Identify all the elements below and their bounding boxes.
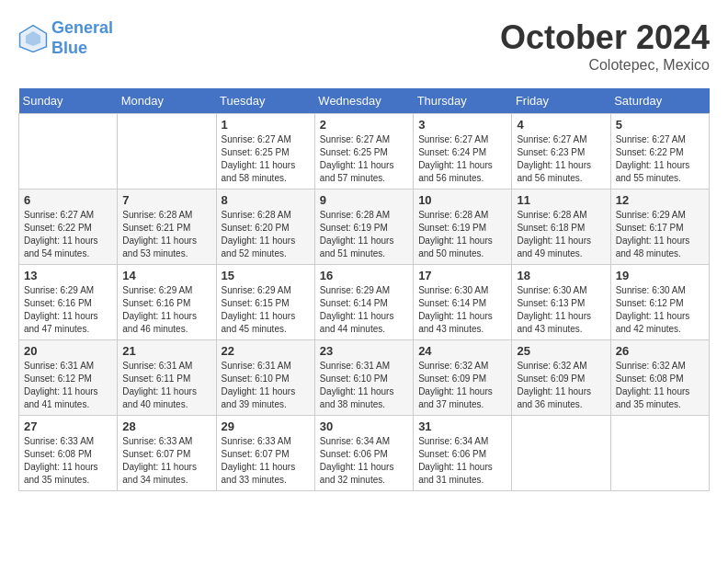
title-block: October 2024 Colotepec, Mexico (500, 18, 710, 74)
day-info: Sunrise: 6:28 AM Sunset: 6:20 PM Dayligh… (222, 209, 310, 260)
calendar-day-cell: 11Sunrise: 6:28 AM Sunset: 6:18 PM Dayli… (512, 190, 610, 265)
calendar-day-cell: 21Sunrise: 6:31 AM Sunset: 6:11 PM Dayli… (118, 340, 216, 416)
day-info: Sunrise: 6:28 AM Sunset: 6:18 PM Dayligh… (517, 209, 605, 260)
day-info: Sunrise: 6:28 AM Sunset: 6:19 PM Dayligh… (320, 209, 408, 260)
day-number: 27 (24, 419, 112, 433)
logo-icon (18, 24, 48, 53)
day-info: Sunrise: 6:27 AM Sunset: 6:22 PM Dayligh… (24, 209, 112, 260)
calendar-day-cell: 4Sunrise: 6:27 AM Sunset: 6:23 PM Daylig… (512, 114, 610, 190)
calendar-day-cell: 23Sunrise: 6:31 AM Sunset: 6:10 PM Dayli… (314, 340, 413, 416)
calendar-day-cell: 25Sunrise: 6:32 AM Sunset: 6:09 PM Dayli… (512, 340, 610, 416)
day-info: Sunrise: 6:33 AM Sunset: 6:07 PM Dayligh… (122, 435, 210, 487)
calendar-day-cell: 10Sunrise: 6:28 AM Sunset: 6:19 PM Dayli… (414, 190, 512, 265)
calendar-day-cell: 8Sunrise: 6:28 AM Sunset: 6:20 PM Daylig… (216, 190, 314, 265)
day-number: 24 (418, 344, 506, 358)
day-number: 23 (320, 344, 408, 358)
calendar-day-cell: 17Sunrise: 6:30 AM Sunset: 6:14 PM Dayli… (414, 265, 512, 340)
day-info: Sunrise: 6:27 AM Sunset: 6:23 PM Dayligh… (517, 133, 605, 185)
day-info: Sunrise: 6:32 AM Sunset: 6:09 PM Dayligh… (517, 360, 605, 411)
day-number: 4 (517, 118, 605, 132)
calendar-week-row: 13Sunrise: 6:29 AM Sunset: 6:16 PM Dayli… (19, 265, 710, 340)
day-number: 31 (418, 419, 506, 433)
calendar-week-row: 27Sunrise: 6:33 AM Sunset: 6:08 PM Dayli… (19, 416, 710, 491)
day-number: 22 (222, 344, 310, 358)
day-info: Sunrise: 6:33 AM Sunset: 6:08 PM Dayligh… (24, 435, 112, 487)
day-info: Sunrise: 6:29 AM Sunset: 6:16 PM Dayligh… (122, 284, 210, 336)
day-number: 3 (418, 118, 506, 132)
location: Colotepec, Mexico (500, 57, 710, 74)
calendar-day-cell: 6Sunrise: 6:27 AM Sunset: 6:22 PM Daylig… (19, 190, 118, 265)
day-number: 11 (517, 193, 605, 207)
logo: General Blue (18, 18, 113, 58)
day-info: Sunrise: 6:30 AM Sunset: 6:13 PM Dayligh… (517, 284, 605, 336)
calendar-day-cell: 19Sunrise: 6:30 AM Sunset: 6:12 PM Dayli… (610, 265, 709, 340)
calendar-day-cell: 9Sunrise: 6:28 AM Sunset: 6:19 PM Daylig… (314, 190, 413, 265)
day-number: 10 (418, 193, 506, 207)
calendar-day-cell: 16Sunrise: 6:29 AM Sunset: 6:14 PM Dayli… (314, 265, 413, 340)
day-number: 21 (122, 344, 210, 358)
weekday-header: Thursday (414, 88, 512, 114)
day-number: 16 (320, 269, 408, 282)
day-info: Sunrise: 6:29 AM Sunset: 6:14 PM Dayligh… (320, 284, 408, 336)
day-number: 9 (320, 193, 408, 207)
day-number: 25 (517, 344, 605, 358)
logo-line2: Blue (51, 39, 87, 57)
day-info: Sunrise: 6:29 AM Sunset: 6:15 PM Dayligh… (222, 284, 310, 336)
calendar-day-cell: 18Sunrise: 6:30 AM Sunset: 6:13 PM Dayli… (512, 265, 610, 340)
day-info: Sunrise: 6:32 AM Sunset: 6:09 PM Dayligh… (418, 360, 506, 411)
day-info: Sunrise: 6:28 AM Sunset: 6:19 PM Dayligh… (418, 209, 506, 260)
day-number: 2 (320, 118, 408, 132)
month-title: October 2024 (500, 18, 710, 57)
day-number: 26 (616, 344, 704, 358)
day-info: Sunrise: 6:27 AM Sunset: 6:24 PM Dayligh… (418, 133, 506, 185)
calendar-day-cell (610, 416, 709, 491)
weekday-header: Wednesday (314, 88, 413, 114)
logo-line1: General (51, 18, 113, 37)
calendar-day-cell: 20Sunrise: 6:31 AM Sunset: 6:12 PM Dayli… (19, 340, 118, 416)
day-info: Sunrise: 6:27 AM Sunset: 6:25 PM Dayligh… (320, 133, 408, 185)
calendar-day-cell: 15Sunrise: 6:29 AM Sunset: 6:15 PM Dayli… (216, 265, 314, 340)
calendar-day-cell: 13Sunrise: 6:29 AM Sunset: 6:16 PM Dayli… (19, 265, 118, 340)
day-info: Sunrise: 6:32 AM Sunset: 6:08 PM Dayligh… (616, 360, 704, 411)
day-number: 29 (222, 419, 310, 433)
calendar-day-cell: 31Sunrise: 6:34 AM Sunset: 6:06 PM Dayli… (414, 416, 512, 491)
calendar-day-cell: 26Sunrise: 6:32 AM Sunset: 6:08 PM Dayli… (610, 340, 709, 416)
day-info: Sunrise: 6:27 AM Sunset: 6:25 PM Dayligh… (222, 133, 310, 185)
calendar-day-cell: 24Sunrise: 6:32 AM Sunset: 6:09 PM Dayli… (414, 340, 512, 416)
calendar-header-row: SundayMondayTuesdayWednesdayThursdayFrid… (19, 88, 710, 114)
logo-text: General Blue (51, 18, 113, 58)
weekday-header: Saturday (610, 88, 709, 114)
weekday-header: Tuesday (216, 88, 314, 114)
calendar-day-cell (19, 114, 118, 190)
day-number: 17 (418, 269, 506, 282)
day-number: 28 (122, 419, 210, 433)
day-number: 15 (222, 269, 310, 282)
day-number: 8 (222, 193, 310, 207)
day-number: 18 (517, 269, 605, 282)
day-info: Sunrise: 6:31 AM Sunset: 6:10 PM Dayligh… (222, 360, 310, 411)
calendar-table: SundayMondayTuesdayWednesdayThursdayFrid… (18, 88, 710, 491)
day-number: 12 (616, 193, 704, 207)
day-number: 1 (222, 118, 310, 132)
day-info: Sunrise: 6:29 AM Sunset: 6:16 PM Dayligh… (24, 284, 112, 336)
calendar-week-row: 6Sunrise: 6:27 AM Sunset: 6:22 PM Daylig… (19, 190, 710, 265)
calendar-day-cell: 5Sunrise: 6:27 AM Sunset: 6:22 PM Daylig… (610, 114, 709, 190)
calendar-day-cell: 1Sunrise: 6:27 AM Sunset: 6:25 PM Daylig… (216, 114, 314, 190)
day-info: Sunrise: 6:34 AM Sunset: 6:06 PM Dayligh… (418, 435, 506, 487)
calendar-day-cell: 22Sunrise: 6:31 AM Sunset: 6:10 PM Dayli… (216, 340, 314, 416)
calendar-day-cell: 28Sunrise: 6:33 AM Sunset: 6:07 PM Dayli… (118, 416, 216, 491)
calendar-week-row: 1Sunrise: 6:27 AM Sunset: 6:25 PM Daylig… (19, 114, 710, 190)
page-header: General Blue October 2024 Colotepec, Mex… (18, 18, 710, 74)
day-info: Sunrise: 6:27 AM Sunset: 6:22 PM Dayligh… (616, 133, 704, 185)
day-info: Sunrise: 6:28 AM Sunset: 6:21 PM Dayligh… (122, 209, 210, 260)
calendar-day-cell: 30Sunrise: 6:34 AM Sunset: 6:06 PM Dayli… (314, 416, 413, 491)
day-info: Sunrise: 6:33 AM Sunset: 6:07 PM Dayligh… (222, 435, 310, 487)
day-number: 6 (24, 193, 112, 207)
weekday-header: Friday (512, 88, 610, 114)
calendar-day-cell: 27Sunrise: 6:33 AM Sunset: 6:08 PM Dayli… (19, 416, 118, 491)
weekday-header: Sunday (19, 88, 118, 114)
day-number: 20 (24, 344, 112, 358)
calendar-week-row: 20Sunrise: 6:31 AM Sunset: 6:12 PM Dayli… (19, 340, 710, 416)
calendar-day-cell: 3Sunrise: 6:27 AM Sunset: 6:24 PM Daylig… (414, 114, 512, 190)
day-info: Sunrise: 6:30 AM Sunset: 6:12 PM Dayligh… (616, 284, 704, 336)
